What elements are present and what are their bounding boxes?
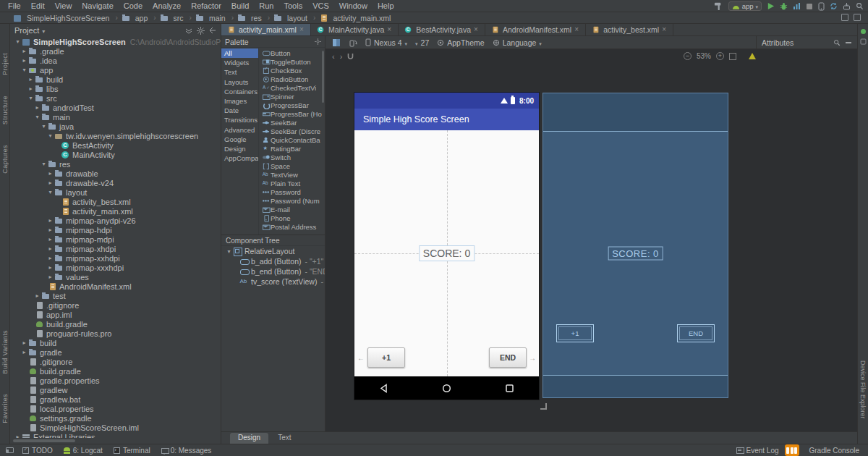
menu-item[interactable]: Help [373,1,399,10]
project-tree-item[interactable]: .gitignore [10,357,221,366]
tree-expand-icon[interactable] [14,38,22,45]
palette-category[interactable]: Advanced [221,125,258,135]
statusbar-tool-button[interactable]: Terminal [114,447,150,455]
tool-options-icon[interactable] [841,14,848,21]
project-tree-item[interactable]: mipmap-hdpi [10,225,221,235]
magnet-autoconnect-icon[interactable] [347,53,354,60]
palette-category[interactable]: All [221,48,258,58]
palette-component[interactable]: CheckedTextVi [259,83,325,92]
tree-expand-icon[interactable] [46,255,54,261]
tool-window-button[interactable]: Build Variants [1,330,9,373]
project-panel-title[interactable]: Project [14,26,39,35]
breadcrumb-item[interactable]: activity_main.xml [319,14,391,22]
score-textview-blueprint[interactable]: SCORE: 0 [608,247,663,261]
menu-item[interactable]: Analyze [148,1,186,10]
zoom-in-icon[interactable]: + [716,52,724,60]
project-tree-item[interactable]: res [10,159,221,169]
tree-expand-icon[interactable] [40,161,48,167]
warnings-icon[interactable] [749,53,756,59]
tree-expand-icon[interactable] [46,189,54,195]
palette-component[interactable]: RatingBar [259,144,325,153]
design-surface-mode-icon[interactable] [332,38,341,47]
project-tree-item[interactable]: app.iml [10,310,221,319]
project-tree-item[interactable]: proguard-rules.pro [10,329,221,338]
editor-mode-tab[interactable]: Text [270,433,299,444]
palette-category[interactable]: Containers [221,87,258,96]
tool-window-button[interactable]: Project [1,53,9,75]
breadcrumb-item[interactable]: app [122,14,160,22]
project-tree-item[interactable]: app [10,65,221,75]
tree-expand-icon[interactable] [40,123,48,130]
menu-item[interactable]: Refactor [186,1,226,10]
breadcrumb-item[interactable]: res [237,14,273,22]
notifications-icon[interactable] [860,38,867,45]
project-tree-item[interactable]: mipmap-mdpi [10,235,221,244]
vertical-scrollbar[interactable] [322,51,324,103]
tree-expand-icon[interactable] [46,170,54,177]
menu-item[interactable]: Navigate [77,1,118,10]
close-tab-icon[interactable] [387,27,393,33]
menu-item[interactable]: Tools [278,1,307,10]
collapse-all-icon[interactable] [185,27,192,34]
tree-expand-icon[interactable] [46,180,54,186]
resize-handle[interactable] [540,403,547,410]
tree-expand-icon[interactable] [20,339,28,346]
editor-tab[interactable]: BestActivity.java [399,24,485,35]
palette-settings-gear-icon[interactable] [315,38,321,45]
project-tree-item[interactable]: drawable-v24 [10,178,221,187]
tree-expand-icon[interactable] [20,67,28,73]
tree-expand-icon[interactable] [46,227,54,233]
project-tree-item[interactable]: .gradle [10,46,221,56]
project-tree-item[interactable]: BestActivity [10,140,221,150]
project-tree-item[interactable]: java [10,122,221,131]
tree-expand-icon[interactable] [14,434,22,438]
palette-component[interactable]: Space [259,161,325,170]
menu-item[interactable]: Edit [26,1,50,10]
tree-expand-icon[interactable] [33,104,41,111]
project-tree-item[interactable]: mipmap-anydpi-v26 [10,216,221,225]
project-tree-item[interactable]: .gitignore [10,300,221,310]
menu-item[interactable]: Build [226,1,254,10]
editor-tab[interactable]: activity_best.xml [586,24,673,35]
api-version-selector[interactable]: 27 [415,38,429,47]
statusbar-tool-button[interactable]: TODO [22,447,53,455]
palette-component[interactable]: Plain Text [259,179,325,187]
palette-component[interactable]: SeekBar (Discre [259,127,325,135]
component-tree-item[interactable]: RelativeLayout [221,246,325,256]
breadcrumb-item[interactable]: SimpleHighScoreScreen [13,14,122,22]
search-everywhere-icon[interactable] [856,2,864,10]
breadcrumb-item[interactable]: src [160,14,195,22]
theme-selector[interactable]: AppTheme [437,38,484,47]
tree-expand-icon[interactable] [20,349,28,355]
project-tree-item[interactable]: drawable [10,169,221,178]
palette-category[interactable]: Date [221,106,258,115]
palette-component[interactable]: Button [259,48,325,57]
search-icon[interactable] [833,39,841,46]
project-tree-item[interactable]: androidTest [10,103,221,112]
project-tree-item[interactable]: values [10,272,221,282]
palette-category[interactable]: Text [221,67,258,77]
palette-component[interactable]: RadioButton [259,75,325,83]
breadcrumb-item[interactable]: main [195,14,237,22]
forward-arrow-icon[interactable] [340,52,343,61]
palette-component[interactable]: CheckBox [259,66,325,75]
close-tab-icon[interactable] [662,27,668,33]
editor-tab[interactable]: AndroidManifest.xml [485,24,586,35]
zoom-out-icon[interactable]: − [684,52,692,60]
palette-component[interactable]: E-mail [259,205,325,214]
end-button-blueprint[interactable]: END [677,324,715,342]
tree-expand-icon[interactable] [46,132,54,139]
project-tree-item[interactable]: SimpleHighScoreScreen C:\Android\Android… [10,37,221,46]
zoom-to-fit-icon[interactable] [729,53,736,60]
run-button[interactable] [767,2,775,10]
project-tree-item[interactable]: gradlew.bat [10,394,221,404]
tree-expand-icon[interactable] [27,95,35,101]
score-textview[interactable]: SCORE: 0 [419,245,475,261]
editor-mode-tab[interactable]: Design [230,433,268,444]
tree-expand-icon[interactable] [33,292,41,299]
project-tree-item[interactable]: build.gradle [10,319,221,329]
tool-window-button[interactable]: Structure [1,96,9,124]
project-tree-item[interactable]: gradle.properties [10,376,221,385]
tool-window-button[interactable]: Favorites [1,394,9,423]
palette-component[interactable]: ToggleButton [259,57,325,66]
